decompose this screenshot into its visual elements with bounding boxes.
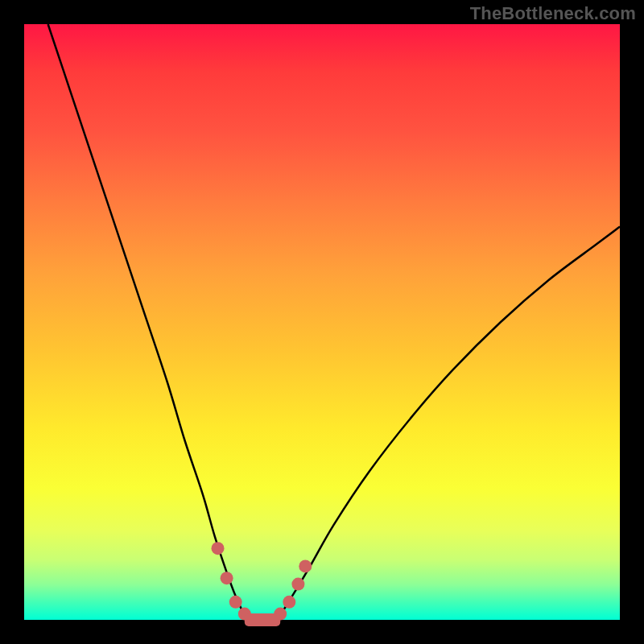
marker-dot (299, 559, 312, 572)
marker-dot (221, 572, 233, 584)
marker-dot (283, 596, 295, 609)
watermark-text: TheBottleneck.com (470, 3, 636, 24)
bottleneck-curve (48, 24, 620, 621)
plot-area (24, 24, 620, 620)
marker-dot (212, 542, 225, 555)
marker-dot (229, 596, 242, 609)
marker-bar (245, 613, 280, 626)
chart-frame: TheBottleneck.com (0, 0, 644, 644)
marker-dot (291, 578, 304, 591)
chart-svg (24, 24, 620, 620)
